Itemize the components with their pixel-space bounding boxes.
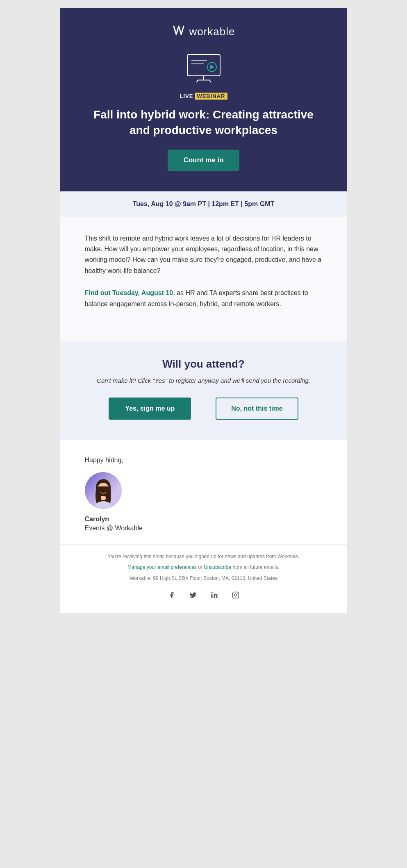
linkedin-icon[interactable] — [209, 589, 220, 601]
live-badge: LIVE WEBINAR — [180, 93, 227, 100]
facebook-icon[interactable] — [166, 589, 177, 601]
address-text: Workable, 99 High St, 26th Floor, Boston… — [85, 575, 323, 581]
signer-title: Events @ Workable — [85, 525, 323, 532]
svg-line-8 — [209, 80, 211, 82]
workable-logo-icon — [172, 25, 186, 39]
closing-text: Happy hiring, — [85, 457, 323, 464]
hero-section: workable LIVE WEBINAR — [60, 8, 347, 191]
instagram-icon[interactable] — [230, 589, 241, 601]
no-not-this-time-button[interactable]: No, not this time — [216, 398, 298, 420]
unsubscribe-link[interactable]: Unsubscribe — [204, 564, 231, 570]
legal-text-suffix: from all future emails. — [231, 564, 280, 570]
email-container: workable LIVE WEBINAR — [60, 8, 347, 613]
twitter-icon[interactable] — [187, 589, 199, 601]
count-me-in-button[interactable]: Count me in — [168, 150, 239, 171]
signer-name: Carolyn — [85, 516, 323, 523]
social-icons — [85, 589, 323, 601]
svg-point-13 — [99, 489, 101, 491]
attend-subtitle: Can't make it? Click "Yes" to register a… — [85, 376, 323, 386]
legal-or-text: or — [197, 564, 204, 570]
svg-rect-12 — [101, 496, 106, 500]
avatar — [85, 472, 122, 509]
webinar-tag: WEBINAR — [195, 93, 227, 100]
body-paragraph-2: Find out Tuesday, August 10, as HR and T… — [85, 288, 323, 309]
attend-section: Will you attend? Can't make it? Click "Y… — [60, 341, 347, 441]
logo-area: workable — [85, 25, 323, 39]
highlight-link[interactable]: Find out Tuesday, August 10 — [85, 289, 173, 296]
legal-text-1: You're receiving this email because you … — [85, 553, 323, 561]
svg-marker-4 — [210, 65, 214, 69]
date-section: Tues, Aug 10 @ 9am PT | 12pm ET | 5pm GM… — [60, 191, 347, 217]
svg-point-14 — [105, 489, 107, 491]
svg-line-7 — [196, 80, 198, 82]
attend-title: Will you attend? — [85, 358, 323, 370]
svg-rect-0 — [187, 55, 220, 76]
live-label: LIVE — [180, 93, 193, 99]
logo-text: workable — [189, 25, 235, 38]
footer-section: Happy hiring, Carolyn Events @ Wo — [60, 440, 347, 544]
manage-preferences-link[interactable]: Manage your email preferences — [127, 564, 197, 570]
legal-links-line: Manage your email preferences or Unsubsc… — [85, 564, 323, 571]
attend-buttons: Yes, sign me up No, not this time — [85, 398, 323, 420]
hero-title: Fall into hybrid work: Creating attracti… — [85, 107, 323, 138]
yes-sign-me-up-button[interactable]: Yes, sign me up — [109, 398, 191, 420]
webinar-graphic — [183, 51, 224, 84]
body-section: This shift to remote and hybrid work lea… — [60, 217, 347, 341]
body-paragraph-1: This shift to remote and hybrid work lea… — [85, 233, 323, 277]
legal-footer: You're receiving this email because you … — [60, 544, 347, 613]
svg-point-15 — [211, 592, 212, 593]
svg-rect-16 — [232, 592, 239, 598]
date-text: Tues, Aug 10 @ 9am PT | 12pm ET | 5pm GM… — [77, 200, 331, 208]
